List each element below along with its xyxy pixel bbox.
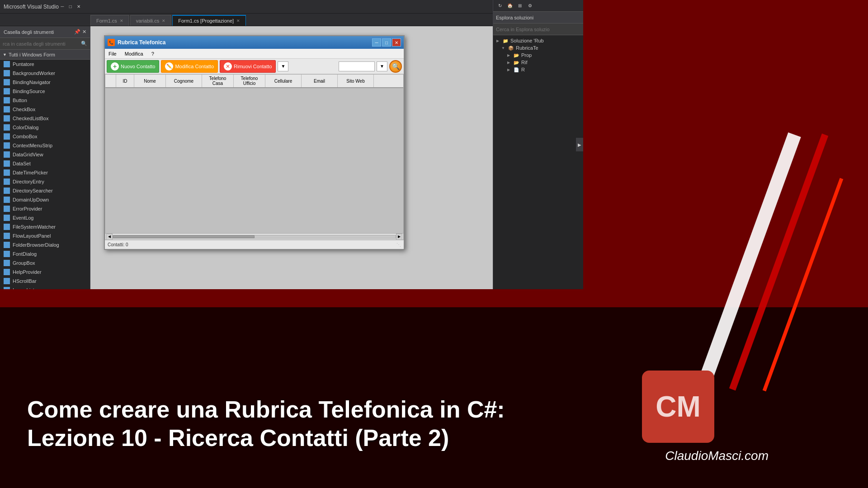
toolbox-item[interactable]: EventLog — [0, 213, 90, 222]
win-app-icon: 📞 — [108, 39, 115, 46]
col-header-cognome[interactable]: Cognome — [166, 75, 202, 87]
toolbox-item[interactable]: DataGridView — [0, 150, 90, 159]
col-header-nome[interactable]: Nome — [134, 75, 166, 87]
col-header-cellulare[interactable]: Cellulare — [265, 75, 302, 87]
toolbox-search-input[interactable] — [3, 41, 79, 47]
toolbox-item[interactable]: FolderBrowserDialog — [0, 240, 90, 249]
se-project-node[interactable]: ▼ 📦 RubricaTe — [495, 44, 581, 52]
toolbox-title-label: Casella degli strumenti — [4, 29, 54, 35]
toolbox-item[interactable]: FlowLayoutPanel — [0, 231, 90, 240]
toolbox-item-icon — [4, 133, 10, 140]
toolbox-item-icon — [4, 151, 10, 158]
scroll-right-btn[interactable]: ▶ — [396, 234, 402, 240]
search-type-dropdown[interactable]: ▼ — [278, 61, 288, 71]
toolbox-item-label: HelpProvider — [13, 269, 42, 275]
col-header-email[interactable]: Email — [302, 75, 338, 87]
tab-variabili[interactable]: variabili.cs ✕ — [130, 15, 171, 26]
win-menubar: File Modifica ? — [105, 49, 404, 59]
se-solution-node[interactable]: ▶ 📁 Soluzione 'Rub — [495, 37, 581, 44]
search-btn[interactable]: 🔍 — [389, 60, 402, 73]
toolbox-item[interactable]: DomainUpDown — [0, 195, 90, 204]
toolbox-item[interactable]: DateTimePicker — [0, 168, 90, 177]
toolbox-item[interactable]: BackgroundWorker — [0, 69, 90, 78]
toolbox-section-header[interactable]: ▼ Tutti i Windows Form — [0, 50, 90, 60]
toolbox-item-label: DirectoryEntry — [13, 179, 44, 184]
ide-close-btn[interactable]: ✕ — [75, 3, 82, 10]
scrollbar-thumb[interactable] — [113, 235, 255, 238]
ref-label: Rif — [521, 60, 527, 65]
search-input[interactable] — [339, 61, 375, 71]
toolbox-item[interactable]: Puntatore — [0, 60, 90, 69]
toolbox-item[interactable]: DataSet — [0, 159, 90, 168]
menu-modifica[interactable]: Modifica — [123, 51, 145, 56]
toolbox-search-bar: 🔍 — [0, 38, 90, 50]
toolbox-item[interactable]: BindingSource — [0, 87, 90, 96]
scroll-left-btn[interactable]: ◀ — [106, 234, 113, 240]
win-close-btn[interactable]: ✕ — [392, 38, 401, 47]
se-expand-panel-btn[interactable]: ▶ — [576, 138, 583, 151]
se-r-node[interactable]: ▶ 📄 R — [495, 66, 581, 73]
modifica-icon: ✏️ — [165, 62, 173, 70]
menu-help[interactable]: ? — [150, 51, 156, 56]
toolbox-item-label: FileSystemWatcher — [13, 224, 56, 230]
cm-logo: CM — [642, 371, 714, 443]
toolbox-item[interactable]: ImageList — [0, 286, 90, 289]
ide-window: Microsoft Visual Studio ─ □ ✕ Form1.cs ✕… — [0, 0, 583, 289]
toolbox-item-label: HScrollBar — [13, 278, 37, 284]
search-glass-icon: 🔍 — [392, 63, 400, 70]
toolbox-item-label: DomainUpDown — [13, 197, 49, 202]
toolbox-item-icon — [4, 269, 10, 275]
modifica-contatto-btn[interactable]: ✏️ Modifica Contatto — [161, 60, 218, 73]
toolbox-item[interactable]: ComboBox — [0, 132, 90, 141]
toolbox-item-icon — [4, 260, 10, 266]
tab-form1cs-design[interactable]: Form1.cs [Progettazione] ✕ — [172, 15, 246, 26]
col-header-id[interactable]: ID — [116, 75, 134, 87]
toolbox-item[interactable]: ContextMenuStrip — [0, 141, 90, 150]
toolbox-item[interactable]: ColorDialog — [0, 123, 90, 132]
toolbox-item[interactable]: DirectoryEntry — [0, 177, 90, 186]
toolbox-item-icon — [4, 79, 10, 85]
toolbox-item-label: Puntatore — [13, 61, 34, 67]
toolbox-item-label: DataSet — [13, 161, 31, 166]
se-ref-node[interactable]: ▶ 📂 Rif — [495, 59, 581, 66]
col-header-tel-ufficio[interactable]: Telefono Ufficio — [234, 75, 265, 87]
toolbox-item[interactable]: HelpProvider — [0, 267, 90, 277]
dropdown-icon: ▼ — [281, 64, 285, 69]
toolbox-item[interactable]: GroupBox — [0, 258, 90, 267]
menu-file[interactable]: File — [107, 51, 118, 56]
toolbox-item[interactable]: Button — [0, 96, 90, 105]
toolbox-item[interactable]: HScrollBar — [0, 277, 90, 286]
toolbox-item[interactable]: DirectorySearcher — [0, 186, 90, 195]
toolbox-item[interactable]: ErrorProvider — [0, 204, 90, 213]
toolbox-item[interactable]: CheckBox — [0, 105, 90, 114]
toolbox-item-icon — [4, 206, 10, 212]
prop-icon: 📂 — [513, 52, 519, 58]
ide-minimize-btn[interactable]: ─ — [59, 3, 66, 10]
toolbox-item[interactable]: FileSystemWatcher — [0, 222, 90, 231]
toolbox-item[interactable]: BindingNavigator — [0, 78, 90, 87]
win-form: 📞 Rubrica Telefonica ─ □ ✕ File Modifica… — [104, 35, 405, 250]
toolbox-close-icon[interactable]: ✕ — [82, 29, 86, 35]
nuovo-contatto-btn[interactable]: + Nuovo Contatto — [107, 60, 159, 73]
ide-maximize-btn[interactable]: □ — [67, 3, 74, 10]
tab-close-icon[interactable]: ✕ — [236, 19, 240, 23]
se-search-input[interactable] — [496, 27, 580, 32]
win-minimize-btn[interactable]: ─ — [372, 38, 381, 47]
datagrid-body — [105, 88, 403, 233]
toolbox-pin-icon[interactable]: 📌 — [74, 29, 80, 35]
toolbox-item-icon — [4, 178, 10, 185]
tab-close-icon[interactable]: ✕ — [120, 19, 123, 23]
win-maximize-btn[interactable]: □ — [382, 38, 391, 47]
toolbox-item[interactable]: FontDialog — [0, 249, 90, 258]
toolbox-item-label: BackgroundWorker — [13, 70, 55, 76]
toolbox-item[interactable]: CheckedListBox — [0, 114, 90, 123]
col-header-sito-web[interactable]: Sito Web — [338, 75, 374, 87]
search-dropdown[interactable]: ▼ — [377, 61, 387, 71]
col-header-tel-casa[interactable]: Telefono Casa — [202, 75, 234, 87]
bottom-line2: Lezione 10 - Ricerca Contatti (Parte 2) — [27, 424, 505, 452]
scrollbar-track[interactable] — [113, 235, 396, 239]
tab-form1cs[interactable]: Form1.cs ✕ — [90, 15, 129, 26]
rimuovi-contatto-btn[interactable]: ✕ Rimuovi Contatto — [220, 60, 276, 73]
tab-close-icon[interactable]: ✕ — [162, 19, 165, 23]
se-prop-node[interactable]: ▶ 📂 Prop — [495, 52, 581, 59]
